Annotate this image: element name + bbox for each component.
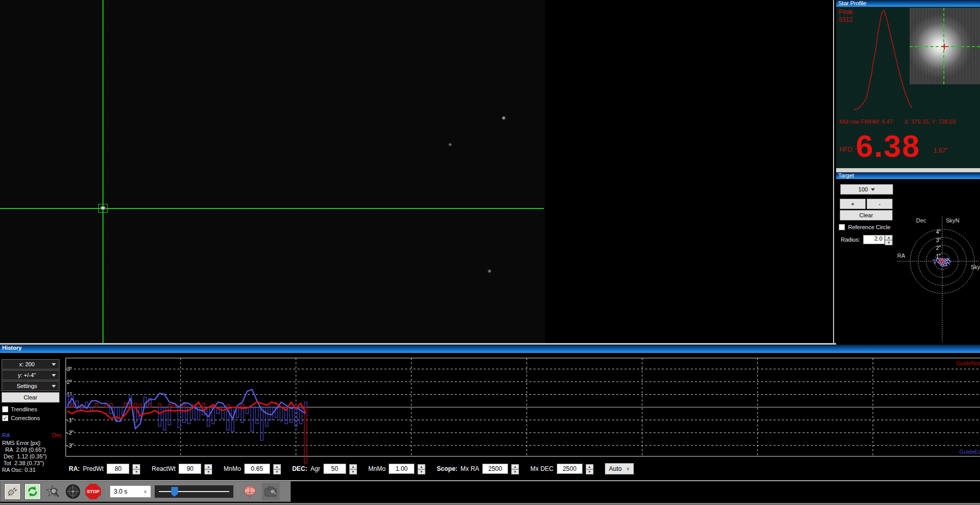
begin-guiding-button[interactable] [65,483,81,500]
rms-dec-value: Dec 1.12 (0.35'') [2,453,47,459]
svg-text:RA: RA [897,252,905,259]
guide-camera-view[interactable] [0,0,833,343]
toolbar-separator [237,484,238,499]
svg-text:-2": -2" [67,429,74,436]
history-yscale-value: y: +/-4'' [18,372,36,378]
target-zoom-value: 100 [858,186,868,192]
svg-text:2": 2" [936,245,941,251]
svg-text:3": 3" [936,237,941,243]
advanced-settings-button[interactable] [242,483,258,500]
mxra-spinner[interactable]: ▲▼ [511,464,519,473]
star-magnifier-icon [46,484,60,499]
star-selection-box[interactable] [98,204,108,213]
star-profile-caption[interactable]: Star Profile [836,0,980,7]
target-panel: Target 100 + - Clear Reference Circle Ra… [836,172,980,343]
predwt-label: PredWt [83,465,103,472]
svg-text:GuideEast: GuideEast [959,449,980,455]
history-clear-button[interactable]: Clear [2,392,60,403]
agr-input[interactable]: 50 [323,464,346,474]
radius-spinner[interactable]: ▲▼ [885,235,893,244]
panel-gap-strip [836,168,980,172]
corrections-row: ✓ Corrections [2,415,40,421]
mxdec-input[interactable]: 2500 [557,464,583,474]
stretch-gamma-slider[interactable] [155,485,233,498]
ra-group-label: RA: [69,465,80,472]
target-clear-button[interactable]: Clear [840,210,893,220]
chevron-down-icon [52,385,56,388]
loop-exposures-button[interactable] [24,483,41,500]
centroid-marker-icon [941,46,947,47]
camera-wrench-icon [264,485,277,498]
hfd-value: 6.38 [856,128,920,164]
predwt-input[interactable]: 80 [107,464,129,474]
mnmo-ra-label: MnMo [224,465,241,472]
zoom-in-button[interactable]: + [840,199,866,209]
history-xscale-value: x: 200 [19,361,35,367]
history-xscale-dropdown[interactable]: x: 200 [2,359,60,369]
toolbar-separator [105,484,106,499]
svg-text:3": 3" [67,366,72,372]
fwhm-readout-row: Mid row FWHM: 6.47 X: 379.15, Y: 738.59 [839,118,978,125]
corrections-checkbox[interactable]: ✓ [2,415,8,421]
crosshair-horizontal-line [0,208,544,209]
target-bullseye-chart: 1"2"3"4"DecSkyNRASkyE [895,212,980,343]
trendlines-row: Trendlines [2,406,37,412]
mnmo-dec-label: MnMo [368,465,385,472]
chevron-down-icon [52,363,56,366]
svg-text:-3": -3" [67,442,74,449]
dec-guide-mode-dropdown[interactable]: Auto ∨ [605,463,634,474]
history-yscale-dropdown[interactable]: y: +/-4'' [2,370,60,380]
mxra-label: Mx RA [461,465,479,472]
exposure-duration-dropdown[interactable]: 3.0 s ∨ [110,485,151,498]
scope-group-label: Scope: [437,465,457,472]
window-bottom-edge [0,503,980,504]
radius-input[interactable]: 2.0 [863,235,885,244]
slider-handle[interactable] [171,487,178,494]
chevron-down-icon [871,188,875,191]
mnmo-ra-input[interactable]: 0.65 [244,464,270,474]
chevron-down-icon: ∨ [626,466,630,471]
reference-circle-row: Reference Circle [839,224,890,230]
zoom-out-button[interactable]: - [867,199,893,209]
target-caption[interactable]: Target [836,172,980,179]
field-star [448,143,452,146]
hfd-arcsec-value: 1.97" [933,147,948,154]
svg-text:SkyE: SkyE [971,264,980,270]
reactwt-spinner[interactable]: ▲▼ [204,464,212,473]
mnmo-dec-input[interactable]: 1.00 [389,464,414,474]
usb-plug-icon [7,486,18,497]
reference-circle-checkbox[interactable] [839,224,845,230]
mxra-input[interactable]: 2500 [482,464,508,474]
stop-sign-icon: STOP [85,484,101,499]
guide-history-chart: 3"2"1"-1"-2"-3"GuideNorthGuideEast [65,356,980,466]
history-settings-dropdown[interactable]: Settings [2,381,60,391]
rms-header: RMS Error [px]: [2,440,41,446]
trendlines-checkbox[interactable] [2,406,8,412]
predwt-spinner[interactable]: ▲▼ [132,464,140,473]
camera-image[interactable] [0,0,545,343]
target-zoom-dropdown[interactable]: 100 [840,184,893,195]
connect-equipment-button[interactable] [4,483,21,500]
history-settings-label: Settings [17,383,37,389]
fwhm-text: Mid row FWHM: 6.47 [839,118,893,125]
svg-text:Dec: Dec [916,217,926,224]
mnmo-dec-spinner[interactable]: ▲▼ [418,464,425,473]
star-xy-text: X: 379.15, Y: 738.59 [904,118,956,125]
main-toolbar: STOP 3.0 s ∨ [0,481,291,502]
history-controls-column: x: 200 y: +/-4'' Settings Clear Trendlin… [0,353,65,481]
ra-osc-value: RA Osc: 0.31 [2,467,36,473]
star-profile-panel: Star Profile Peak 5312 Mid row FWHM: 6.4… [836,0,980,168]
agr-spinner[interactable]: ▲▼ [349,464,357,473]
auto-select-star-button[interactable] [44,483,61,500]
history-caption[interactable]: History [0,345,980,353]
chevron-down-icon: ∨ [143,489,147,494]
guide-target-icon [65,484,81,499]
radius-row: Radius: 2.0 ▲▼ [841,235,893,244]
crosshair-vertical-line [102,0,103,343]
mxdec-spinner[interactable]: ▲▼ [586,464,593,473]
camera-settings-button[interactable] [262,483,279,500]
chevron-down-icon [52,374,56,377]
stop-button[interactable]: STOP [85,483,101,500]
reactwt-input[interactable]: 90 [179,464,201,474]
mnmo-ra-spinner[interactable]: ▲▼ [273,464,281,473]
